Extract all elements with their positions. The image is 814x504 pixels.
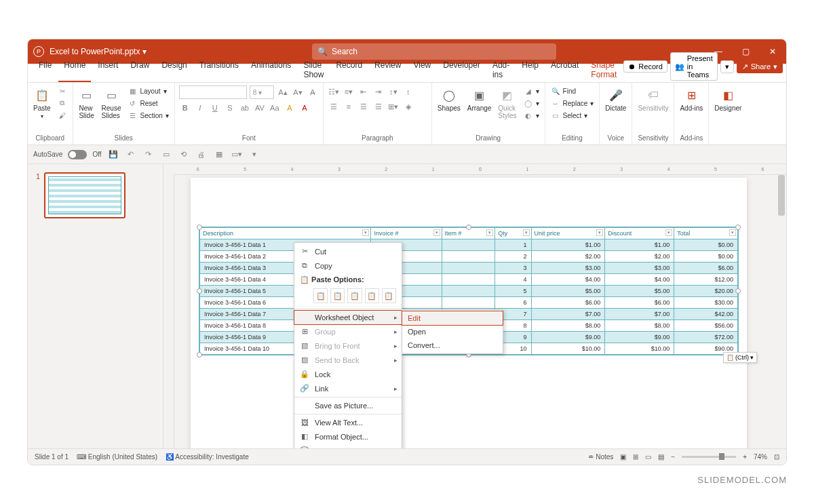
notes-button[interactable]: ≐ Notes: [588, 453, 613, 461]
addins-button[interactable]: ⊞Add-ins: [678, 85, 704, 113]
zoom-slider[interactable]: [682, 456, 736, 458]
tab-help[interactable]: Help: [516, 58, 544, 82]
tab-design[interactable]: Design: [156, 58, 192, 82]
slide[interactable]: Description▾Invoice #▾Item #▾Qty▾Unit pr…: [191, 178, 747, 448]
paste-option-2[interactable]: 📋: [330, 288, 345, 303]
font-size-select[interactable]: 8 ▾: [250, 85, 274, 99]
cm-new-comment[interactable]: 💬New Comment: [294, 444, 402, 448]
tab-shape-format[interactable]: Shape Format: [585, 58, 622, 82]
columns-button[interactable]: ⊞▾: [387, 100, 400, 113]
tab-view[interactable]: View: [408, 58, 436, 82]
cm-format-object[interactable]: ◧Format Object...: [294, 429, 402, 444]
language-indicator[interactable]: ⌨ English (United States): [77, 453, 157, 461]
table-header[interactable]: Total▾: [674, 228, 738, 239]
submenu-open[interactable]: Open: [402, 325, 503, 338]
tab-acrobat[interactable]: Acrobat: [545, 58, 584, 82]
layout-button[interactable]: ▦Layout ▾: [126, 85, 170, 96]
table-header[interactable]: Discount▾: [605, 228, 674, 239]
tab-transitions[interactable]: Transitions: [194, 58, 244, 82]
tab-record[interactable]: Record: [330, 58, 368, 82]
qat-icon-5[interactable]: ▭▾: [231, 149, 243, 161]
replace-button[interactable]: ↔Replace ▾: [549, 98, 596, 109]
undo-icon[interactable]: ↶: [125, 149, 137, 161]
submenu-edit[interactable]: Edit: [402, 311, 503, 326]
vertical-scrollbar[interactable]: [777, 175, 786, 448]
font-family-select[interactable]: [179, 85, 247, 99]
tab-review[interactable]: Review: [369, 58, 406, 82]
fit-window-icon[interactable]: ⊡: [774, 453, 779, 461]
decrease-font-icon[interactable]: A▾: [292, 86, 304, 98]
document-title[interactable]: Excel to PowerPoint.pptx▾: [50, 47, 147, 56]
table-header[interactable]: Unit price▾: [531, 228, 605, 239]
resize-handle-icon[interactable]: [466, 225, 471, 230]
paste-option-1[interactable]: 📋: [313, 288, 328, 303]
tab-slide-show[interactable]: Slide Show: [298, 58, 329, 82]
qat-more-icon[interactable]: ▾: [248, 149, 260, 161]
section-button[interactable]: ☰Section ▾: [126, 110, 170, 121]
resize-handle-icon[interactable]: [197, 352, 202, 357]
qat-icon-3[interactable]: 🖨: [195, 149, 208, 161]
zoom-in-icon[interactable]: +: [743, 453, 747, 461]
view-slideshow-icon[interactable]: ▤: [658, 453, 664, 461]
format-painter-button[interactable]: 🖌: [56, 110, 69, 121]
tab-file[interactable]: File: [33, 58, 57, 82]
paste-option-4[interactable]: 📋: [365, 288, 379, 303]
record-button[interactable]: ⏺ Record: [623, 60, 667, 73]
italic-button[interactable]: I: [194, 102, 206, 114]
case-button[interactable]: Aa: [269, 102, 281, 114]
indent-left-button[interactable]: ⇤: [357, 85, 370, 98]
resize-handle-icon[interactable]: [735, 288, 741, 294]
table-row[interactable]: Invoice 3-456-1 Data 33-4563$3.00$3.00$6…: [200, 263, 738, 274]
shape-effects-button[interactable]: ◐▾: [522, 110, 541, 121]
view-reading-icon[interactable]: ▭: [645, 453, 651, 461]
autosave-toggle[interactable]: [68, 150, 87, 159]
text-direction-button[interactable]: ↕: [402, 85, 414, 98]
paste-options-badge[interactable]: 📋 (Ctrl) ▾: [723, 352, 757, 363]
reset-button[interactable]: ↺Reset: [126, 98, 170, 109]
tab-insert[interactable]: Insert: [92, 58, 123, 82]
numbering-button[interactable]: ≡▾: [343, 85, 355, 98]
clear-format-icon[interactable]: A̶: [307, 86, 319, 98]
dictate-button[interactable]: 🎤Dictate: [604, 85, 627, 113]
arrange-button[interactable]: ▣Arrange: [466, 85, 493, 113]
cm-alt-text[interactable]: 🖼View Alt Text...: [294, 416, 402, 429]
submenu-convert[interactable]: Convert...: [402, 338, 503, 352]
shape-fill-button[interactable]: ◢▾: [522, 85, 541, 96]
cm-cut[interactable]: ✂Cut: [294, 244, 402, 258]
table-row[interactable]: Invoice 3-456-1 Data 13-4561$1.00$1.00$0…: [200, 239, 738, 251]
table-header[interactable]: Qty▾: [495, 228, 531, 239]
find-button[interactable]: 🔍Find: [549, 85, 596, 96]
table-header[interactable]: Invoice #▾: [371, 228, 442, 239]
align-center-button[interactable]: ≡: [343, 100, 355, 113]
redo-icon[interactable]: ↷: [142, 149, 155, 161]
present-in-teams-button[interactable]: 👥 Present in Teams: [670, 52, 718, 81]
view-normal-icon[interactable]: ▣: [620, 453, 626, 461]
spacing-button[interactable]: AV: [254, 102, 266, 114]
strike-button[interactable]: S: [224, 102, 236, 114]
resize-handle-icon[interactable]: [197, 225, 202, 230]
qat-icon-1[interactable]: ▭: [160, 149, 172, 161]
paste-option-5[interactable]: 📋: [382, 288, 396, 303]
new-slide-button[interactable]: ▭New Slide: [77, 85, 96, 121]
cut-button[interactable]: ✂: [56, 85, 69, 96]
cm-worksheet-object[interactable]: Worksheet Object▸ Edit Open Convert...: [294, 310, 402, 325]
qat-icon-2[interactable]: ⟲: [178, 149, 190, 161]
ribbon-mode-button[interactable]: ▾: [720, 60, 734, 73]
select-button[interactable]: ▭Select ▾: [549, 110, 596, 121]
smartart-button[interactable]: ◈: [402, 100, 414, 113]
save-icon[interactable]: 💾: [107, 149, 119, 161]
share-button[interactable]: ↗ Share ▾: [737, 60, 783, 73]
cm-copy[interactable]: ⧉Copy: [294, 258, 402, 273]
align-left-button[interactable]: ☰: [328, 100, 340, 113]
line-spacing-button[interactable]: ↕▾: [387, 85, 400, 98]
bold-button[interactable]: B: [179, 102, 191, 114]
zoom-out-icon[interactable]: −: [671, 453, 675, 461]
justify-button[interactable]: ☰: [372, 100, 385, 113]
highlight-button[interactable]: A: [284, 102, 296, 114]
sensitivity-button[interactable]: 🏷Sensitivity: [636, 85, 670, 113]
paste-button[interactable]: 📋Paste▾: [32, 85, 52, 121]
bullets-button[interactable]: ☷▾: [328, 85, 340, 98]
tab-add-ins[interactable]: Add-ins: [487, 58, 515, 82]
tab-animations[interactable]: Animations: [246, 58, 296, 82]
align-right-button[interactable]: ☰: [357, 100, 370, 113]
